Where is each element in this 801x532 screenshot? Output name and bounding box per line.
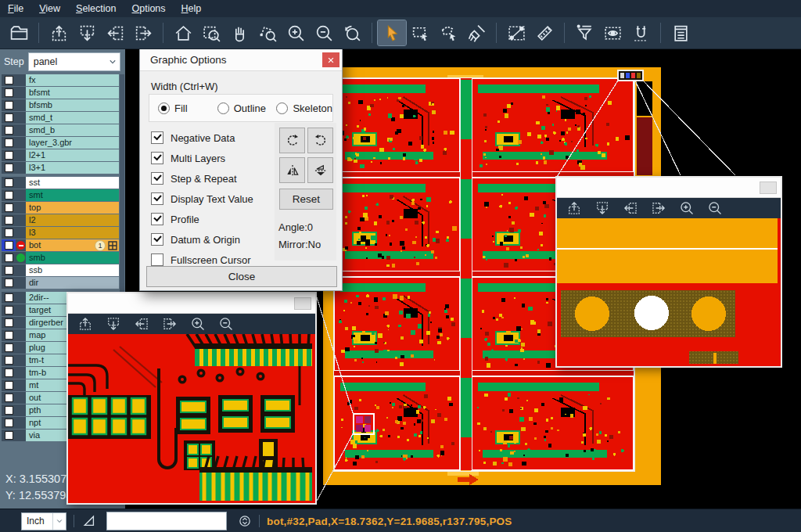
layer-indicator[interactable] xyxy=(16,304,26,316)
layer-indicator[interactable] xyxy=(16,227,26,239)
layer-row-l3+1[interactable]: l3+1 xyxy=(2,162,119,174)
layer-row-l2+1[interactable]: l2+1 xyxy=(2,149,119,161)
layer-checkbox[interactable] xyxy=(2,214,16,226)
option-step-repeat[interactable]: Step & Repeat xyxy=(151,168,253,189)
magnifier-title-bar[interactable] xyxy=(557,178,781,198)
shift-right-button[interactable] xyxy=(129,20,157,45)
layer-indicator[interactable] xyxy=(16,329,26,341)
layer-checkbox[interactable] xyxy=(2,162,16,174)
layer-row-sst[interactable]: sst xyxy=(2,177,119,189)
shift-up-button[interactable] xyxy=(45,20,73,45)
layer-indicator[interactable] xyxy=(16,202,26,214)
menu-help[interactable]: Help xyxy=(174,2,210,16)
open-folder-button[interactable] xyxy=(5,20,33,45)
layer-name[interactable]: bfsmt xyxy=(26,87,119,99)
layer-checkbox[interactable] xyxy=(2,112,16,124)
layer-indicator[interactable] xyxy=(16,354,26,366)
layer-indicator[interactable] xyxy=(16,149,26,161)
layer-row-top[interactable]: top xyxy=(2,202,119,214)
layer-indicator[interactable] xyxy=(16,367,26,379)
layer-indicator[interactable] xyxy=(16,239,26,251)
layer-indicator[interactable] xyxy=(16,162,26,174)
layer-row-bot[interactable]: bot1 xyxy=(2,239,119,251)
layer-checkbox[interactable] xyxy=(2,202,16,214)
magnifier-view-right[interactable] xyxy=(557,218,778,364)
home-view-button[interactable] xyxy=(169,20,197,45)
rotate-ccw-button[interactable] xyxy=(307,128,333,153)
layer-indicator[interactable] xyxy=(16,99,26,111)
shift-right-icon[interactable] xyxy=(162,316,178,332)
radio-outline[interactable]: Outline xyxy=(217,102,268,114)
layer-indicator[interactable] xyxy=(16,404,26,416)
layer-row-bfsmb[interactable]: bfsmb xyxy=(2,99,119,111)
layer-indicator[interactable] xyxy=(16,214,26,226)
layer-row-smt[interactable]: smt xyxy=(2,189,119,201)
shift-down-icon[interactable] xyxy=(594,200,610,216)
shift-up-icon[interactable] xyxy=(566,200,582,216)
layer-row-smd_b[interactable]: smd_b xyxy=(2,124,119,136)
layer-checkbox[interactable] xyxy=(2,189,16,201)
layer-indicator[interactable] xyxy=(16,264,26,276)
zoom-out-icon[interactable] xyxy=(218,316,234,332)
magnifier-menu-button[interactable] xyxy=(760,182,777,194)
layer-name[interactable]: ssb xyxy=(26,264,119,276)
step-select[interactable]: panel xyxy=(28,52,120,71)
corner-angle-icon[interactable] xyxy=(81,513,97,529)
menu-selection[interactable]: Selection xyxy=(68,2,124,16)
layer-checkbox[interactable] xyxy=(2,404,16,416)
shift-up-icon[interactable] xyxy=(77,316,93,332)
layer-checkbox[interactable] xyxy=(2,342,16,354)
layer-checkbox[interactable] xyxy=(2,252,16,264)
layer-name[interactable]: smd_b xyxy=(26,124,119,136)
sync-icon[interactable] xyxy=(238,514,252,528)
shift-left-icon[interactable] xyxy=(134,316,149,332)
measure-line-button[interactable] xyxy=(502,20,530,45)
layer-checkbox[interactable] xyxy=(2,417,16,429)
option-profile[interactable]: Profile xyxy=(151,209,253,229)
layer-indicator[interactable] xyxy=(16,379,26,391)
layer-checkbox[interactable] xyxy=(2,137,16,149)
layer-checkbox[interactable] xyxy=(2,329,16,341)
layer-checkbox[interactable] xyxy=(2,87,16,99)
layer-indicator[interactable] xyxy=(16,87,26,99)
layer-checkbox[interactable] xyxy=(2,177,16,189)
layer-name[interactable]: l2 xyxy=(26,214,119,226)
layer-row-layer_3.gbr[interactable]: layer_3.gbr xyxy=(2,137,119,149)
layer-row-fx[interactable]: fx xyxy=(2,74,119,86)
layer-row-l2[interactable]: l2 xyxy=(2,214,119,226)
shift-left-icon[interactable] xyxy=(623,200,638,216)
dialog-title-bar[interactable]: Graphic Options xyxy=(140,49,342,71)
layer-indicator[interactable] xyxy=(16,74,26,86)
zoom-out-icon[interactable] xyxy=(707,200,723,216)
layer-name[interactable]: l3+1 xyxy=(26,162,119,174)
rotate-cw-button[interactable] xyxy=(279,128,305,153)
reset-button[interactable]: Reset xyxy=(279,189,333,210)
layer-indicator[interactable] xyxy=(16,417,26,429)
layer-checkbox[interactable] xyxy=(2,99,16,111)
layer-name[interactable]: sst xyxy=(26,177,119,189)
layer-name[interactable]: smb xyxy=(26,252,119,264)
layer-name[interactable]: bot1 xyxy=(26,239,119,251)
select-rectangle-button[interactable] xyxy=(406,20,434,45)
shift-down-button[interactable] xyxy=(73,20,101,45)
zoom-out-button[interactable] xyxy=(310,20,338,45)
option-multi-layers[interactable]: Multi Layers xyxy=(151,148,253,168)
select-cursor-button[interactable] xyxy=(378,20,406,45)
clear-highlight-button[interactable] xyxy=(462,20,490,45)
layer-checkbox[interactable] xyxy=(2,74,16,86)
layer-indicator[interactable] xyxy=(16,277,26,289)
layer-checkbox[interactable] xyxy=(2,392,16,404)
measure-ruler-button[interactable] xyxy=(530,20,559,45)
radio-skeleton[interactable]: Skeleton xyxy=(276,102,332,114)
layer-checkbox[interactable] xyxy=(2,304,16,316)
zoom-polygon-button[interactable] xyxy=(253,20,282,45)
layer-indicator[interactable] xyxy=(16,124,26,136)
select-polygon-button[interactable] xyxy=(434,20,462,45)
layer-checkbox[interactable] xyxy=(2,149,16,161)
layer-indicator[interactable] xyxy=(16,317,26,329)
zoom-previous-button[interactable] xyxy=(338,20,366,45)
layer-checkbox[interactable] xyxy=(2,292,16,304)
magnifier-view-bottom[interactable] xyxy=(68,334,312,501)
layer-checkbox[interactable] xyxy=(2,227,16,239)
layer-checkbox[interactable] xyxy=(2,239,16,251)
